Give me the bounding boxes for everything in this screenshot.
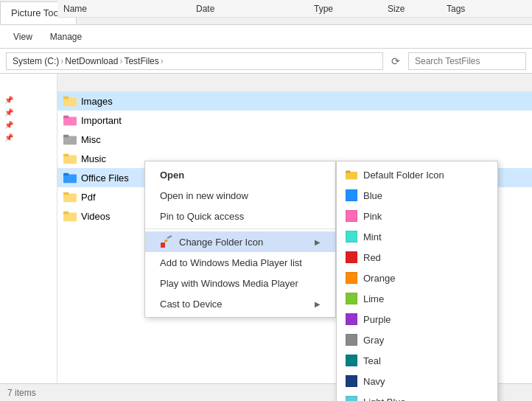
col-header-tags[interactable]: Tags	[447, 4, 505, 14]
sub-teal[interactable]: Teal	[337, 350, 497, 371]
submenu-arrow: ▶	[315, 238, 321, 246]
blue-swatch	[346, 189, 357, 201]
sub-mint[interactable]: Mint	[337, 226, 497, 247]
light-blue-swatch	[346, 396, 357, 401]
sub-red[interactable]: Red	[337, 247, 497, 268]
col-header-date[interactable]: Date	[196, 4, 314, 14]
svg-rect-18	[346, 170, 350, 172]
folder-icon	[63, 95, 77, 107]
ctx-add-media-player[interactable]: Add to Windows Media Player list	[145, 252, 335, 273]
sidebar-pin-4: 📌	[3, 132, 57, 143]
folder-icon	[63, 114, 77, 126]
column-headers: Name Date Type Size Tags	[57, 0, 532, 18]
list-item[interactable]: Important	[57, 111, 532, 130]
search-input[interactable]	[408, 52, 526, 70]
svg-rect-9	[63, 173, 69, 176]
folder-icon	[63, 133, 77, 145]
status-text: 7 items	[7, 388, 36, 398]
context-menu: Open Open in new window Pin to Quick acc…	[144, 161, 336, 318]
lime-swatch	[346, 293, 357, 304]
list-item[interactable]: Misc	[57, 130, 532, 149]
purple-swatch	[346, 313, 357, 325]
red-swatch	[346, 251, 357, 263]
address-bar: System (C:) › NetDownload › TestFiles › …	[0, 49, 532, 74]
svg-rect-13	[63, 212, 69, 215]
ctx-pin-quick-access[interactable]: Pin to Quick access	[145, 206, 335, 226]
svg-rect-1	[63, 97, 69, 100]
ctx-separator-1	[145, 229, 335, 229]
pink-swatch	[346, 210, 357, 222]
folder-icon	[63, 153, 77, 164]
refresh-button[interactable]: ⟳	[388, 53, 404, 69]
mint-swatch	[346, 231, 357, 243]
ctx-open[interactable]: Open	[145, 164, 335, 185]
ctx-cast-device[interactable]: Cast to Device ▶	[145, 293, 335, 314]
folder-default-icon	[346, 170, 357, 180]
svg-rect-11	[63, 192, 69, 195]
ctx-change-folder-icon[interactable]: Change Folder Icon ▶	[145, 231, 335, 252]
sidebar: 📌 📌 📌 📌	[0, 74, 57, 383]
col-header-type[interactable]: Type	[314, 4, 388, 14]
ribbon: View Manage	[0, 25, 532, 49]
col-header-name[interactable]: Name	[63, 4, 196, 14]
navy-swatch	[346, 375, 357, 387]
col-header-size[interactable]: Size	[388, 4, 447, 14]
gray-swatch	[346, 334, 357, 346]
ribbon-view[interactable]: View	[6, 29, 40, 45]
sub-pink[interactable]: Pink	[337, 206, 497, 226]
sub-navy[interactable]: Navy	[337, 371, 497, 391]
svg-rect-7	[63, 154, 69, 157]
ribbon-manage[interactable]: Manage	[43, 29, 89, 45]
sub-light-blue[interactable]: Light Blue	[337, 391, 497, 401]
teal-swatch	[346, 355, 357, 366]
sidebar-pin-2: 📌	[3, 107, 57, 118]
main-layout: 📌 📌 📌 📌 SnapFiles Images Important	[0, 74, 532, 383]
svg-rect-14	[161, 243, 165, 248]
sidebar-pin-up: 📌	[3, 94, 57, 105]
paint-icon	[160, 235, 173, 248]
sub-lime[interactable]: Lime	[337, 288, 497, 309]
svg-rect-5	[63, 135, 69, 138]
sub-blue[interactable]: Blue	[337, 185, 497, 206]
list-item[interactable]: Images	[57, 91, 532, 111]
folder-icon	[63, 210, 77, 222]
ctx-play-media-player[interactable]: Play with Windows Media Player	[145, 273, 335, 293]
cast-arrow: ▶	[315, 300, 321, 308]
svg-rect-3	[63, 116, 69, 119]
svg-line-16	[167, 236, 172, 238]
ctx-open-new-window[interactable]: Open in new window	[145, 185, 335, 206]
sub-orange[interactable]: Orange	[337, 268, 497, 288]
orange-swatch	[346, 272, 357, 284]
svg-rect-15	[164, 239, 168, 243]
sub-purple[interactable]: Purple	[337, 309, 497, 329]
folder-icon	[63, 191, 77, 203]
breadcrumb[interactable]: System (C:) › NetDownload › TestFiles ›	[6, 52, 383, 70]
sidebar-pin-3: 📌	[3, 119, 57, 130]
folder-icon	[63, 172, 77, 184]
color-submenu: Default Folder Icon Blue Pink Mint Red O…	[336, 161, 498, 401]
sub-gray[interactable]: Gray	[337, 329, 497, 350]
sub-default-folder[interactable]: Default Folder Icon	[337, 164, 497, 185]
